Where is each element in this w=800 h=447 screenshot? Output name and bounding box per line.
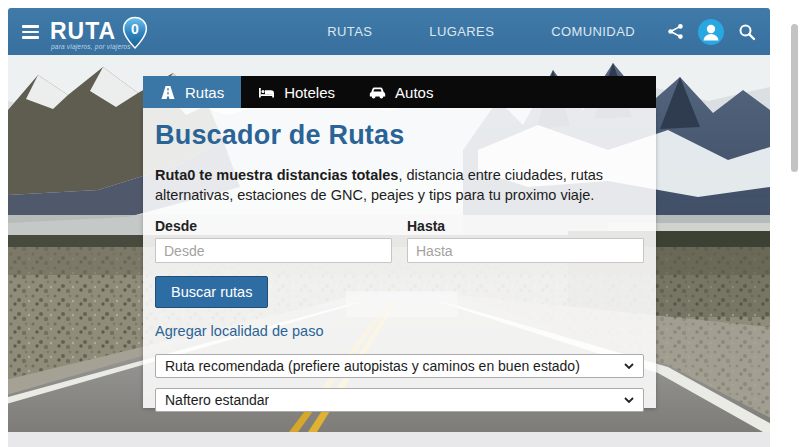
to-input[interactable] [407,238,644,263]
page-title: Buscador de Rutas [155,108,644,150]
hamburger-menu-icon[interactable] [22,25,39,39]
svg-text:0: 0 [131,21,139,37]
route-type-selected-value: Ruta recomendada (prefiere autopistas y … [165,358,580,374]
to-label: Hasta [407,218,644,234]
nav-links: RUTAS LUGARES COMUNIDAD [327,24,635,39]
tab-rutas[interactable]: Rutas [143,76,241,108]
tab-label: Rutas [185,84,224,101]
route-fields: Desde Hasta [155,218,644,263]
top-navbar: RUTA para viajeros, por viajeros 0 RUTAS… [8,8,770,55]
browser-content: RUTA para viajeros, por viajeros 0 RUTAS… [8,8,770,432]
from-label: Desde [155,218,392,234]
fuel-type-selected-value: Naftero estandar [165,392,269,408]
share-icon[interactable] [667,23,684,40]
add-waypoint-link[interactable]: Agregar localidad de paso [155,323,323,339]
card-tabs: Rutas Hoteles [143,76,656,108]
tab-autos[interactable]: Autos [352,76,450,108]
chevron-down-icon [624,363,634,369]
page: { "navbar": { "brand": "RUTA", "brand_ze… [0,0,800,447]
scrollbar-thumb[interactable] [791,24,798,172]
next-section-strip [8,432,770,447]
from-field-group: Desde [155,218,392,263]
to-field-group: Hasta [407,218,644,263]
tab-hoteles[interactable]: Hoteles [241,76,352,108]
road-icon [160,85,176,100]
nav-icons [667,19,756,45]
search-icon[interactable] [738,23,756,41]
tab-label: Autos [395,84,433,101]
nav-link-comunidad[interactable]: COMUNIDAD [551,24,635,39]
fuel-type-select[interactable]: Naftero estandar [155,388,644,412]
bed-icon [258,85,275,100]
user-avatar-icon[interactable] [698,19,724,45]
tab-label: Hoteles [284,84,335,101]
from-input[interactable] [155,238,392,263]
route-search-card: Rutas Hoteles [143,76,656,408]
nav-link-lugares[interactable]: LUGARES [429,24,494,39]
hero-section: Rutas Hoteles [8,55,770,432]
brand-name: RUTA [50,18,116,44]
brand-logo[interactable]: RUTA para viajeros, por viajeros 0 [50,14,149,50]
intro-text: Ruta0 te muestra distancias totales, dis… [155,165,644,205]
card-body: Buscador de Rutas Ruta0 te muestra dista… [143,108,656,408]
nav-link-rutas[interactable]: RUTAS [327,24,372,39]
car-icon [369,85,386,100]
chevron-down-icon [624,397,634,403]
brand-tagline: para viajeros, por viajeros [51,44,131,51]
route-type-select[interactable]: Ruta recomendada (prefiere autopistas y … [155,354,644,378]
search-routes-button[interactable]: Buscar rutas [155,276,268,308]
